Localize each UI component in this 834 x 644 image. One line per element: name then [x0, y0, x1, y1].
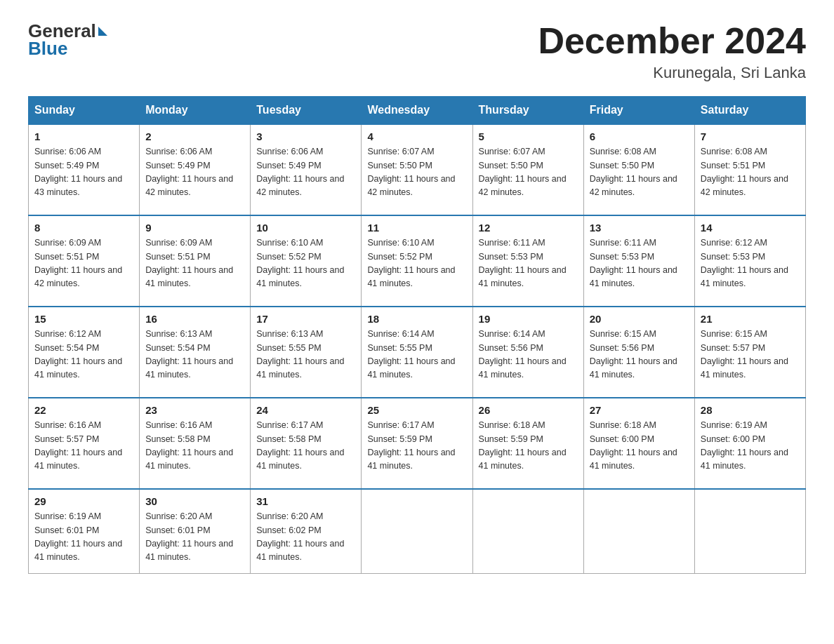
calendar-cell: 2Sunrise: 6:06 AMSunset: 5:49 PMDaylight…: [140, 124, 251, 215]
day-number: 2: [145, 130, 244, 142]
day-number: 29: [34, 495, 133, 507]
day-number: 8: [34, 222, 133, 234]
day-number: 23: [145, 404, 244, 416]
logo: General Blue: [28, 21, 107, 58]
day-info: Sunrise: 6:16 AMSunset: 5:58 PMDaylight:…: [145, 419, 244, 474]
calendar-cell: 4Sunrise: 6:07 AMSunset: 5:50 PMDaylight…: [362, 124, 472, 215]
day-info: Sunrise: 6:20 AMSunset: 6:01 PMDaylight:…: [145, 510, 244, 565]
day-number: 22: [34, 404, 133, 416]
calendar-cell: 10Sunrise: 6:10 AMSunset: 5:52 PMDayligh…: [251, 215, 362, 307]
day-info: Sunrise: 6:06 AMSunset: 5:49 PMDaylight:…: [34, 145, 133, 200]
day-number: 27: [590, 404, 689, 416]
day-info: Sunrise: 6:15 AMSunset: 5:57 PMDaylight:…: [701, 328, 800, 382]
day-info: Sunrise: 6:17 AMSunset: 5:58 PMDaylight:…: [256, 419, 355, 474]
day-info: Sunrise: 6:16 AMSunset: 5:57 PMDaylight:…: [34, 419, 133, 474]
calendar-cell: 18Sunrise: 6:14 AMSunset: 5:55 PMDayligh…: [362, 307, 472, 398]
day-info: Sunrise: 6:11 AMSunset: 5:53 PMDaylight:…: [590, 236, 689, 291]
header-wednesday: Wednesday: [362, 97, 472, 125]
calendar-header-row: SundayMondayTuesdayWednesdayThursdayFrid…: [29, 97, 806, 125]
header-saturday: Saturday: [694, 97, 805, 125]
calendar-cell: 21Sunrise: 6:15 AMSunset: 5:57 PMDayligh…: [694, 307, 805, 398]
calendar-cell: 19Sunrise: 6:14 AMSunset: 5:56 PMDayligh…: [472, 307, 583, 398]
day-info: Sunrise: 6:07 AMSunset: 5:50 PMDaylight:…: [479, 145, 578, 200]
day-info: Sunrise: 6:09 AMSunset: 5:51 PMDaylight:…: [34, 236, 133, 291]
day-info: Sunrise: 6:12 AMSunset: 5:54 PMDaylight:…: [34, 328, 133, 382]
day-info: Sunrise: 6:19 AMSunset: 6:00 PMDaylight:…: [701, 419, 800, 474]
day-number: 11: [367, 222, 466, 234]
day-number: 25: [367, 404, 466, 416]
logo-chevron-icon: [98, 27, 107, 36]
week-row-3: 15Sunrise: 6:12 AMSunset: 5:54 PMDayligh…: [29, 307, 806, 398]
calendar-cell: 1Sunrise: 6:06 AMSunset: 5:49 PMDaylight…: [29, 124, 140, 215]
title-area: December 2024 Kurunegala, Sri Lanka: [538, 21, 806, 82]
day-number: 19: [479, 313, 578, 325]
calendar-cell: 28Sunrise: 6:19 AMSunset: 6:00 PMDayligh…: [694, 398, 805, 489]
day-info: Sunrise: 6:13 AMSunset: 5:55 PMDaylight:…: [256, 328, 355, 382]
day-number: 30: [145, 495, 244, 507]
logo-blue-text: Blue: [28, 39, 107, 59]
day-number: 14: [701, 222, 800, 234]
calendar-cell: 24Sunrise: 6:17 AMSunset: 5:58 PMDayligh…: [251, 398, 362, 489]
day-info: Sunrise: 6:10 AMSunset: 5:52 PMDaylight:…: [256, 236, 355, 291]
calendar-cell: [694, 489, 805, 573]
day-number: 6: [590, 130, 689, 142]
day-number: 28: [701, 404, 800, 416]
day-number: 20: [590, 313, 689, 325]
calendar-cell: 13Sunrise: 6:11 AMSunset: 5:53 PMDayligh…: [583, 215, 694, 307]
day-number: 18: [367, 313, 466, 325]
calendar-cell: 29Sunrise: 6:19 AMSunset: 6:01 PMDayligh…: [29, 489, 140, 573]
calendar-cell: 27Sunrise: 6:18 AMSunset: 6:00 PMDayligh…: [583, 398, 694, 489]
day-number: 15: [34, 313, 133, 325]
day-number: 10: [256, 222, 355, 234]
calendar-cell: 23Sunrise: 6:16 AMSunset: 5:58 PMDayligh…: [140, 398, 251, 489]
calendar-cell: 3Sunrise: 6:06 AMSunset: 5:49 PMDaylight…: [251, 124, 362, 215]
calendar-cell: 6Sunrise: 6:08 AMSunset: 5:50 PMDaylight…: [583, 124, 694, 215]
day-info: Sunrise: 6:11 AMSunset: 5:53 PMDaylight:…: [479, 236, 578, 291]
calendar-cell: 7Sunrise: 6:08 AMSunset: 5:51 PMDaylight…: [694, 124, 805, 215]
header-tuesday: Tuesday: [251, 97, 362, 125]
calendar-cell: 14Sunrise: 6:12 AMSunset: 5:53 PMDayligh…: [694, 215, 805, 307]
day-info: Sunrise: 6:19 AMSunset: 6:01 PMDaylight:…: [34, 510, 133, 565]
calendar-cell: [583, 489, 694, 573]
calendar-cell: 25Sunrise: 6:17 AMSunset: 5:59 PMDayligh…: [362, 398, 472, 489]
day-number: 17: [256, 313, 355, 325]
day-info: Sunrise: 6:20 AMSunset: 6:02 PMDaylight:…: [256, 510, 355, 565]
day-number: 24: [256, 404, 355, 416]
day-number: 13: [590, 222, 689, 234]
day-info: Sunrise: 6:07 AMSunset: 5:50 PMDaylight:…: [367, 145, 466, 200]
day-number: 4: [367, 130, 466, 142]
day-info: Sunrise: 6:08 AMSunset: 5:50 PMDaylight:…: [590, 145, 689, 200]
day-number: 3: [256, 130, 355, 142]
calendar-cell: [362, 489, 472, 573]
header-friday: Friday: [583, 97, 694, 125]
week-row-4: 22Sunrise: 6:16 AMSunset: 5:57 PMDayligh…: [29, 398, 806, 489]
day-number: 12: [479, 222, 578, 234]
calendar-cell: 12Sunrise: 6:11 AMSunset: 5:53 PMDayligh…: [472, 215, 583, 307]
calendar-cell: 8Sunrise: 6:09 AMSunset: 5:51 PMDaylight…: [29, 215, 140, 307]
day-info: Sunrise: 6:17 AMSunset: 5:59 PMDaylight:…: [367, 419, 466, 474]
day-info: Sunrise: 6:14 AMSunset: 5:56 PMDaylight:…: [479, 328, 578, 382]
calendar-cell: 31Sunrise: 6:20 AMSunset: 6:02 PMDayligh…: [251, 489, 362, 573]
calendar-cell: 22Sunrise: 6:16 AMSunset: 5:57 PMDayligh…: [29, 398, 140, 489]
day-info: Sunrise: 6:15 AMSunset: 5:56 PMDaylight:…: [590, 328, 689, 382]
day-info: Sunrise: 6:13 AMSunset: 5:54 PMDaylight:…: [145, 328, 244, 382]
day-info: Sunrise: 6:18 AMSunset: 6:00 PMDaylight:…: [590, 419, 689, 474]
week-row-5: 29Sunrise: 6:19 AMSunset: 6:01 PMDayligh…: [29, 489, 806, 573]
day-number: 9: [145, 222, 244, 234]
calendar-table: SundayMondayTuesdayWednesdayThursdayFrid…: [28, 96, 806, 574]
day-info: Sunrise: 6:06 AMSunset: 5:49 PMDaylight:…: [145, 145, 244, 200]
calendar-cell: [472, 489, 583, 573]
week-row-1: 1Sunrise: 6:06 AMSunset: 5:49 PMDaylight…: [29, 124, 806, 215]
header-sunday: Sunday: [29, 97, 140, 125]
day-number: 5: [479, 130, 578, 142]
month-title: December 2024: [538, 21, 806, 61]
day-number: 31: [256, 495, 355, 507]
calendar-cell: 16Sunrise: 6:13 AMSunset: 5:54 PMDayligh…: [140, 307, 251, 398]
day-info: Sunrise: 6:09 AMSunset: 5:51 PMDaylight:…: [145, 236, 244, 291]
header-monday: Monday: [140, 97, 251, 125]
day-number: 7: [701, 130, 800, 142]
calendar-cell: 11Sunrise: 6:10 AMSunset: 5:52 PMDayligh…: [362, 215, 472, 307]
calendar-cell: 9Sunrise: 6:09 AMSunset: 5:51 PMDaylight…: [140, 215, 251, 307]
calendar-cell: 17Sunrise: 6:13 AMSunset: 5:55 PMDayligh…: [251, 307, 362, 398]
day-info: Sunrise: 6:08 AMSunset: 5:51 PMDaylight:…: [701, 145, 800, 200]
